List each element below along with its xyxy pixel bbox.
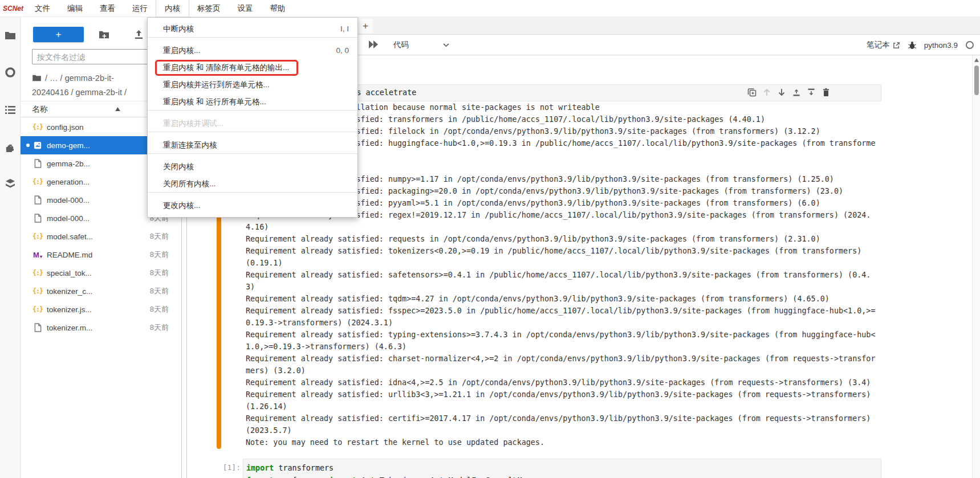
file-modified-time: 8天前 xyxy=(150,250,181,260)
json-icon: {:} xyxy=(32,178,43,186)
file-modified-time: 8天前 xyxy=(150,322,181,333)
scrollbar-up-icon[interactable] xyxy=(974,58,979,62)
kernel-menu-item[interactable]: 更改内核... xyxy=(148,197,357,214)
move-cell-down-icon[interactable] xyxy=(777,88,786,97)
file-icon xyxy=(34,159,42,168)
kernel-menu-item[interactable]: 重启内核并运行到所选单元格... xyxy=(148,76,357,93)
output-line: Requirement already satisfied: tqdm>=4.2… xyxy=(246,293,890,305)
file-name: config.json xyxy=(47,123,84,132)
code-line[interactable]: import transformers xyxy=(243,462,881,475)
output-line: Requirement already satisfied: requests … xyxy=(246,233,890,245)
file-type-icon: {:} M xyxy=(32,231,43,242)
notebook-mode-label[interactable]: 笔记本 xyxy=(867,40,900,50)
file-icon xyxy=(34,195,42,205)
upload-icon[interactable] xyxy=(133,29,144,40)
cell-toolbar xyxy=(747,88,831,97)
move-cell-up-icon[interactable] xyxy=(762,88,771,97)
table-of-contents-icon[interactable] xyxy=(5,104,16,116)
kernel-status-icon[interactable] xyxy=(966,41,974,49)
menubar-item[interactable]: 标签页 xyxy=(189,0,229,17)
file-name: special_tok... xyxy=(47,269,92,277)
menubar-item-label: 帮助 xyxy=(270,3,286,14)
new-tab-button[interactable]: + xyxy=(358,19,373,33)
menubar-item[interactable]: 内核 xyxy=(156,0,189,17)
debugger-icon[interactable] xyxy=(908,41,916,50)
file-row[interactable]: {:} M model.safet... 8天前 xyxy=(21,227,181,246)
execution-count-prompt: [1]: xyxy=(219,463,241,472)
menubar-item[interactable]: 文件 xyxy=(26,0,59,17)
file-modified-time: 8天前 xyxy=(150,304,181,314)
output-line: 0.19.3->transformers) (2024.3.1) xyxy=(246,317,890,329)
json-icon: {:} xyxy=(32,305,43,313)
menubar-item-label: 查看 xyxy=(100,3,115,14)
cell-type-value: 代码 xyxy=(393,40,409,50)
output-line: 3) xyxy=(246,281,890,293)
extension-manager-icon[interactable] xyxy=(5,142,16,154)
jupyterlab-app: SCNet 文件 编辑 查看 运行 内核 xyxy=(0,0,980,478)
file-row[interactable]: {:} M tokenizer.js... 8天前 xyxy=(21,300,181,318)
file-row[interactable]: {:} M tokenizer_c... 8天前 xyxy=(21,282,181,300)
json-icon: {:} xyxy=(32,123,43,131)
breadcrumb-line2: 20240416 / gemma-2b-it / xyxy=(32,88,127,97)
file-row[interactable]: {:} M special_tok... 8天前 xyxy=(21,264,181,282)
file-type-icon: {:} M xyxy=(32,158,43,169)
menu-item-shortcut: 0, 0 xyxy=(336,42,349,59)
duplicate-cell-icon[interactable] xyxy=(747,88,757,97)
menubar-item[interactable]: 帮助 xyxy=(262,0,294,17)
kernel-menu-item[interactable]: 中断内核 I, I xyxy=(148,21,357,38)
breadcrumb[interactable]: / … / gemma-2b-it- 20240416 / gemma-2b-i… xyxy=(32,71,127,100)
kernel-menu-item[interactable]: 关闭内核 xyxy=(148,158,357,175)
scnet-logo: SCNet xyxy=(0,0,26,17)
kernel-menu-item[interactable]: 重启内核并调试... xyxy=(148,115,357,132)
file-browser-icon[interactable] xyxy=(5,30,16,41)
kernel-menu-item[interactable]: 重启内核 和 清除所有单元格的输出... xyxy=(148,59,357,76)
menubar-item[interactable]: 设置 xyxy=(229,0,262,17)
code-line[interactable]: from transformers import AutoTokenizer, … xyxy=(243,475,881,478)
insert-cell-below-icon[interactable] xyxy=(807,88,816,97)
output-line: 4.16) xyxy=(246,221,890,233)
output-line: Requirement already satisfied: certifi>=… xyxy=(246,412,890,424)
file-modified-time: 8天前 xyxy=(150,231,181,242)
file-name: generation... xyxy=(47,178,90,186)
menu-item-label: 重启内核并运行到所选单元格... xyxy=(163,80,270,89)
output-line: Requirement already satisfied: fsspec>=2… xyxy=(246,305,890,317)
file-type-icon: {:} M xyxy=(32,177,43,187)
name-column-header[interactable]: 名称 xyxy=(32,104,48,115)
breadcrumb-line1: / … / gemma-2b-it- xyxy=(45,73,114,83)
menubar-item-label: 内核 xyxy=(165,3,180,14)
json-icon: {:} xyxy=(32,269,43,277)
delete-cell-icon[interactable] xyxy=(822,88,831,97)
software-packages-icon[interactable] xyxy=(5,178,16,190)
plus-icon: + xyxy=(56,29,62,40)
menubar-item[interactable]: 查看 xyxy=(91,0,124,17)
scrollbar-thumb[interactable] xyxy=(974,66,979,95)
kernel-name[interactable]: python3.9 xyxy=(924,41,958,50)
output-line: mers) (3.2.0) xyxy=(246,365,890,377)
output-line: Note: you may need to restart the kernel… xyxy=(246,436,890,448)
menubar-item-label: 文件 xyxy=(35,3,50,14)
file-type-icon: {:} M xyxy=(32,286,43,296)
menubar-items: 文件 编辑 查看 运行 内核 标签页 xyxy=(26,0,294,17)
kernel-menu-item[interactable]: 重启内核... 0, 0 xyxy=(148,42,357,59)
kernel-menu-item[interactable]: 重启内核 和 运行所有单元格... xyxy=(148,93,357,111)
file-type-icon: {:} M xyxy=(32,268,43,278)
file-type-icon: {:} M xyxy=(32,122,43,132)
menubar-item[interactable]: 运行 xyxy=(124,0,156,17)
cell-type-select[interactable]: 代码 xyxy=(388,38,455,52)
menu-item-label: 关闭所有内核... xyxy=(163,179,215,188)
output-line: (1.26.14) xyxy=(246,401,890,412)
running-sessions-icon[interactable] xyxy=(5,67,16,78)
file-row[interactable]: {:} M README.md 8天前 xyxy=(21,246,181,264)
insert-cell-above-icon[interactable] xyxy=(792,88,801,97)
kernel-menu-item[interactable]: 重新连接至内核 xyxy=(148,137,357,154)
new-launcher-button[interactable]: + xyxy=(33,27,84,42)
sort-ascending-icon xyxy=(115,107,120,111)
notebook-scrollbar[interactable] xyxy=(972,55,980,478)
menubar-item[interactable]: 编辑 xyxy=(59,0,91,17)
kernel-menu-item[interactable]: 关闭所有内核... xyxy=(148,175,357,193)
code-cell-imports[interactable]: import transformers from transformers im… xyxy=(243,459,881,478)
restart-run-all-icon[interactable] xyxy=(368,40,379,49)
new-folder-icon[interactable] xyxy=(99,29,109,40)
file-row[interactable]: {:} M tokenizer.m... 8天前 xyxy=(21,318,181,337)
output-line: Requirement already satisfied: idna<4,>=… xyxy=(246,377,890,389)
